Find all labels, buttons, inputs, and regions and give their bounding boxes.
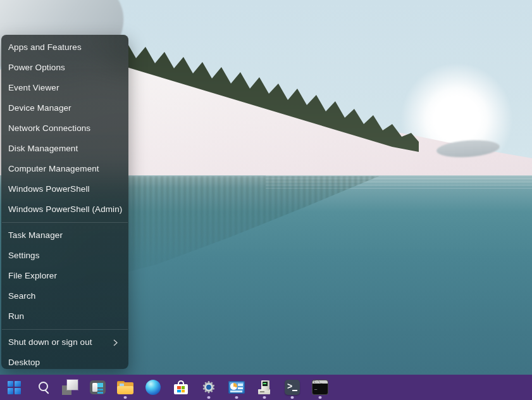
windows-logo-icon xyxy=(8,381,21,394)
file-explorer-button[interactable] xyxy=(113,375,138,400)
command-prompt-icon: C:\__ xyxy=(312,380,328,394)
legacy-computer-button[interactable] xyxy=(252,375,277,400)
running-indicator-dot xyxy=(263,396,266,399)
menu-item-label: Event Viewer xyxy=(8,78,59,98)
menu-item-disk-management[interactable]: Disk Management xyxy=(1,139,128,159)
computer-icon xyxy=(257,380,273,395)
winx-context-menu: Apps and FeaturesPower OptionsEvent View… xyxy=(1,35,128,369)
menu-separator xyxy=(2,222,128,223)
running-indicator-dot xyxy=(124,396,127,399)
menu-separator xyxy=(2,329,128,330)
menu-item-desktop[interactable]: Desktop xyxy=(1,353,128,373)
task-view-button[interactable] xyxy=(57,375,82,400)
menu-item-settings[interactable]: Settings xyxy=(1,246,128,266)
task-view-icon xyxy=(62,380,78,395)
menu-item-file-explorer[interactable]: File Explorer xyxy=(1,266,128,286)
settings-button[interactable]: ⚙ xyxy=(196,375,221,400)
edge-button[interactable] xyxy=(140,375,166,400)
menu-item-label: Apps and Features xyxy=(8,37,82,58)
menu-item-label: Windows PowerShell (Admin) xyxy=(8,199,122,220)
menu-item-label: Desktop xyxy=(8,353,40,373)
microsoft-store-button[interactable] xyxy=(168,375,194,400)
menu-item-windows-powershell-admin[interactable]: Windows PowerShell (Admin) xyxy=(1,199,128,220)
winx-menu-list: Apps and FeaturesPower OptionsEvent View… xyxy=(1,37,128,373)
menu-item-label: File Explorer xyxy=(8,266,57,286)
running-indicator-dot xyxy=(207,396,211,399)
menu-item-label: Computer Management xyxy=(8,159,99,179)
menu-item-label: Search xyxy=(8,286,35,306)
menu-item-shut-down-or-sign-out[interactable]: Shut down or sign out xyxy=(1,332,128,353)
gear-icon: ⚙ xyxy=(201,379,217,396)
menu-item-label: Power Options xyxy=(8,58,65,78)
pie-chart-window-icon xyxy=(228,381,245,394)
taskbar: ⚙ > C:\__ xyxy=(0,375,532,400)
powershell-icon: > xyxy=(285,380,300,395)
menu-item-label: Disk Management xyxy=(8,139,78,159)
chevron-right-icon xyxy=(113,339,118,346)
menu-item-event-viewer[interactable]: Event Viewer xyxy=(1,78,128,98)
menu-item-label: Shut down or sign out xyxy=(8,332,92,353)
store-bag-icon xyxy=(174,380,188,394)
menu-item-search[interactable]: Search xyxy=(1,286,128,306)
powershell-button[interactable]: > xyxy=(280,375,305,400)
system-monitor-button[interactable] xyxy=(224,375,249,400)
menu-item-apps-and-features[interactable]: Apps and Features xyxy=(1,37,128,58)
search-icon xyxy=(39,382,48,391)
menu-item-device-manager[interactable]: Device Manager xyxy=(1,98,128,118)
taskbar-search-button[interactable] xyxy=(29,375,54,400)
folder-icon xyxy=(117,381,133,394)
menu-item-computer-management[interactable]: Computer Management xyxy=(1,159,128,179)
menu-item-label: Device Manager xyxy=(8,98,71,118)
desktop[interactable]: Apps and FeaturesPower OptionsEvent View… xyxy=(0,0,532,400)
menu-item-network-connections[interactable]: Network Connections xyxy=(1,118,128,139)
running-indicator-dot xyxy=(235,396,238,399)
command-prompt-button[interactable]: C:\__ xyxy=(307,375,333,400)
menu-item-label: Windows PowerShell xyxy=(8,179,90,199)
menu-item-label: Network Connections xyxy=(8,118,90,139)
menu-item-label: Run xyxy=(8,306,24,327)
menu-item-windows-powershell[interactable]: Windows PowerShell xyxy=(1,179,128,199)
running-indicator-dot xyxy=(319,396,322,399)
menu-item-power-options[interactable]: Power Options xyxy=(1,58,128,78)
menu-item-label: Task Manager xyxy=(8,225,63,246)
widgets-button[interactable] xyxy=(85,375,110,400)
widgets-icon xyxy=(90,380,106,394)
edge-icon xyxy=(145,380,161,395)
menu-item-run[interactable]: Run xyxy=(1,306,128,327)
running-indicator-dot xyxy=(291,396,294,399)
start-button[interactable] xyxy=(1,375,27,400)
menu-item-task-manager[interactable]: Task Manager xyxy=(1,225,128,246)
menu-item-label: Settings xyxy=(8,246,40,266)
